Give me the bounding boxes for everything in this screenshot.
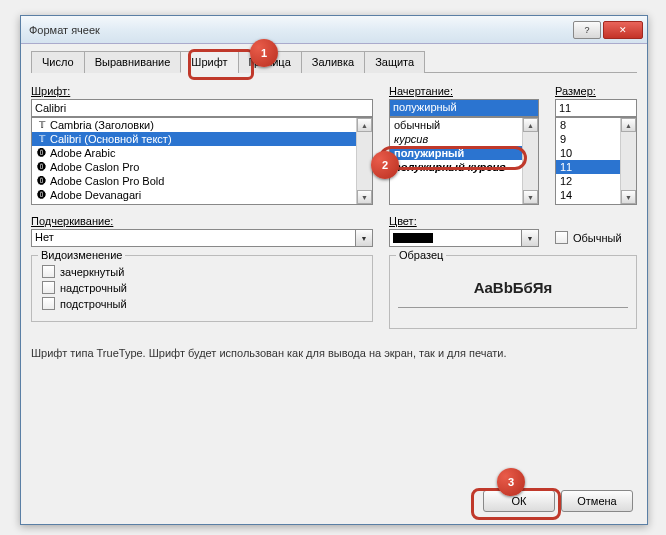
font-input[interactable] — [31, 99, 373, 117]
list-item[interactable]: 𝕋Cambria (Заголовки) — [32, 118, 372, 132]
dialog-format-cells: Формат ячеек ? ✕ Число Выравнивание Шриф… — [20, 15, 648, 525]
titlebar[interactable]: Формат ячеек ? ✕ — [21, 16, 647, 44]
tab-fill[interactable]: Заливка — [301, 51, 365, 73]
tabstrip: Число Выравнивание Шрифт Граница Заливка… — [31, 50, 637, 73]
sample-text: AaBbБбЯя — [398, 268, 628, 308]
list-item[interactable]: полужирный — [390, 146, 538, 160]
tab-protection[interactable]: Защита — [364, 51, 425, 73]
opentype-icon: 🅞 — [36, 162, 47, 173]
opentype-icon: 🅞 — [36, 190, 47, 201]
tab-number[interactable]: Число — [31, 51, 85, 73]
scroll-down-icon[interactable]: ▼ — [523, 190, 538, 204]
underline-combo[interactable]: Нет ▼ — [31, 229, 373, 247]
list-item[interactable]: 🅞Adobe Arabic — [32, 146, 372, 160]
close-button[interactable]: ✕ — [603, 21, 643, 39]
scroll-down-icon[interactable]: ▼ — [357, 190, 372, 204]
tab-alignment[interactable]: Выравнивание — [84, 51, 182, 73]
style-listbox[interactable]: обычный курсив полужирный полужирный кур… — [389, 117, 539, 205]
size-label: Размер: — [555, 85, 637, 97]
scroll-up-icon[interactable]: ▲ — [523, 118, 538, 132]
sample-label: Образец — [396, 249, 446, 261]
list-item[interactable]: 🅞Adobe Devanagari — [32, 188, 372, 202]
superscript-checkbox[interactable]: надстрочный — [42, 281, 362, 294]
list-item[interactable]: 🅞Adobe Caslon Pro — [32, 160, 372, 174]
checkbox-icon — [555, 231, 568, 244]
effects-label: Видоизменение — [38, 249, 125, 261]
callout-badge-1: 1 — [250, 39, 278, 67]
color-combo[interactable]: ▼ — [389, 229, 539, 247]
description-text: Шрифт типа TrueType. Шрифт будет использ… — [31, 347, 637, 359]
truetype-icon: 𝕋 — [36, 134, 47, 145]
list-item[interactable]: 𝕋Calibri (Основной текст) — [32, 132, 372, 146]
normal-checkbox[interactable]: Обычный — [555, 231, 637, 244]
font-label: Шрифт: — [31, 85, 373, 97]
style-input[interactable]: полужирный — [389, 99, 539, 117]
scrollbar[interactable]: ▲▼ — [356, 118, 372, 204]
opentype-icon: 🅞 — [36, 176, 47, 187]
subscript-checkbox[interactable]: подстрочный — [42, 297, 362, 310]
scroll-up-icon[interactable]: ▲ — [621, 118, 636, 132]
checkbox-icon — [42, 281, 55, 294]
font-listbox[interactable]: 𝕋Cambria (Заголовки) 𝕋Calibri (Основной … — [31, 117, 373, 205]
cancel-button[interactable]: Отмена — [561, 490, 633, 512]
sample-group: Образец AaBbБбЯя — [389, 255, 637, 329]
scroll-up-icon[interactable]: ▲ — [357, 118, 372, 132]
scrollbar[interactable]: ▲▼ — [620, 118, 636, 204]
underline-label: Подчеркивание: — [31, 215, 373, 227]
dropdown-icon[interactable]: ▼ — [356, 229, 373, 247]
size-input[interactable] — [555, 99, 637, 117]
scrollbar[interactable]: ▲▼ — [522, 118, 538, 204]
checkbox-icon — [42, 265, 55, 278]
size-listbox[interactable]: 8 9 10 11 12 14 ▲▼ — [555, 117, 637, 205]
list-item[interactable]: 🅞Adobe Caslon Pro Bold — [32, 174, 372, 188]
tab-font[interactable]: Шрифт — [180, 51, 238, 73]
callout-badge-2: 2 — [371, 151, 399, 179]
underline-value: Нет — [31, 229, 356, 247]
window-title: Формат ячеек — [29, 24, 571, 36]
list-item[interactable]: обычный — [390, 118, 538, 132]
list-item[interactable]: полужирный курсив — [390, 160, 538, 174]
effects-group: Видоизменение зачеркнутый надстрочный по… — [31, 255, 373, 322]
strikethrough-checkbox[interactable]: зачеркнутый — [42, 265, 362, 278]
dropdown-icon[interactable]: ▼ — [522, 229, 539, 247]
truetype-icon: 𝕋 — [36, 120, 47, 131]
opentype-icon: 🅞 — [36, 148, 47, 159]
help-button[interactable]: ? — [573, 21, 601, 39]
list-item[interactable]: курсив — [390, 132, 538, 146]
checkbox-icon — [42, 297, 55, 310]
style-label: Начертание: — [389, 85, 539, 97]
scroll-down-icon[interactable]: ▼ — [621, 190, 636, 204]
callout-badge-3: 3 — [497, 468, 525, 496]
color-label: Цвет: — [389, 215, 539, 227]
